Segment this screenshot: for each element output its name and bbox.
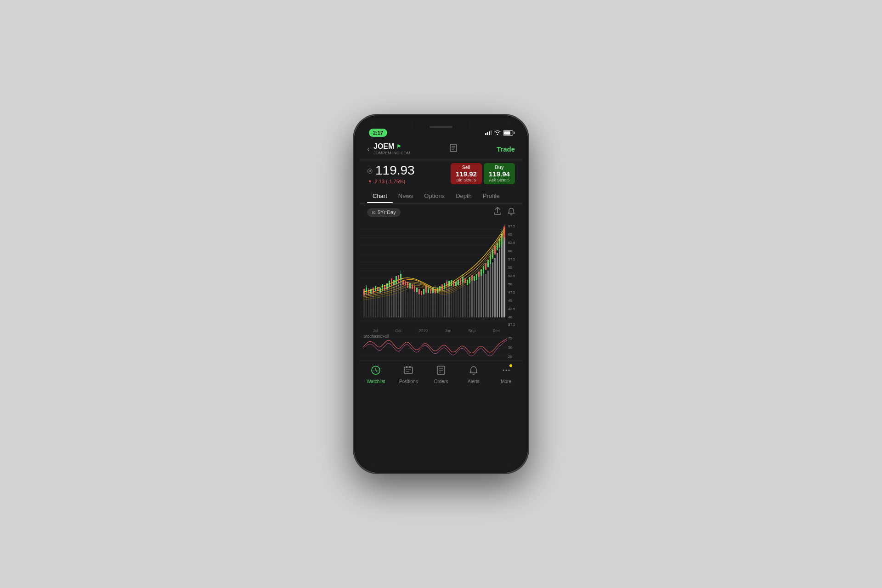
alert-bell-icon[interactable] [508, 207, 515, 217]
buy-box: Buy 119.94 Ask Size: 5 [484, 163, 515, 184]
svg-text:25: 25 [508, 355, 512, 359]
watchlist-icon [371, 367, 381, 377]
svg-rect-28 [389, 283, 390, 317]
flag-icon: ⚑ [396, 144, 401, 150]
tab-bar: Chart News Options Depth Profile [360, 188, 522, 204]
wifi-icon [494, 130, 501, 136]
status-icons [485, 130, 513, 136]
svg-rect-34 [402, 284, 404, 317]
phone-frame: 2:17 [354, 115, 528, 473]
svg-point-180 [508, 370, 509, 371]
buy-label: Buy [487, 165, 511, 170]
svg-rect-66 [476, 277, 477, 317]
svg-text:75: 75 [508, 336, 512, 340]
phone-screen: 2:17 [360, 120, 522, 468]
share-icon[interactable] [494, 207, 501, 217]
svg-text:57.5: 57.5 [508, 257, 515, 261]
svg-text:45: 45 [508, 299, 512, 303]
svg-rect-37 [409, 289, 411, 317]
svg-rect-58 [458, 291, 459, 317]
time-label-dec: Dec [492, 328, 500, 333]
sell-price: 119.92 [454, 170, 478, 178]
tab-options[interactable]: Options [418, 190, 450, 203]
nav-watchlist[interactable]: Watchlist [363, 365, 389, 384]
speaker [430, 126, 452, 128]
svg-rect-104 [412, 284, 413, 289]
stochastic-chart: StochasticFull 75 50 25 [360, 333, 522, 361]
tab-news[interactable]: News [393, 190, 419, 203]
svg-text:50: 50 [508, 282, 512, 286]
svg-rect-49 [437, 292, 438, 317]
svg-text:67.5: 67.5 [508, 224, 515, 228]
svg-rect-171 [404, 367, 413, 373]
svg-rect-172 [406, 366, 407, 368]
svg-rect-105 [414, 286, 415, 292]
tab-profile[interactable]: Profile [477, 190, 505, 203]
svg-text:65: 65 [508, 232, 512, 237]
tab-depth[interactable]: Depth [450, 190, 477, 203]
svg-rect-65 [474, 281, 475, 317]
status-bar: 2:17 [360, 120, 522, 141]
svg-rect-78 [503, 230, 505, 317]
positions-label: Positions [399, 379, 418, 384]
chart-svg: 67.5 65 62.5 60 57.5 55 52.5 50 47.5 45 … [360, 221, 522, 327]
svg-rect-56 [453, 289, 454, 317]
svg-rect-35 [405, 286, 406, 317]
svg-text:40: 40 [508, 315, 512, 319]
svg-rect-19 [368, 297, 369, 317]
svg-rect-50 [439, 289, 441, 317]
orders-label: Orders [434, 379, 448, 384]
svg-rect-86 [373, 288, 374, 293]
svg-rect-106 [416, 288, 418, 292]
bottom-nav: Watchlist Positions [360, 361, 522, 394]
svg-text:52.5: 52.5 [508, 274, 515, 278]
nav-orders[interactable]: Orders [428, 365, 453, 384]
main-chart: 67.5 65 62.5 60 57.5 55 52.5 50 47.5 45 … [360, 221, 522, 327]
signal-icon [485, 130, 492, 135]
period-label: 5Yr:Day [378, 209, 396, 215]
svg-rect-76 [499, 249, 500, 317]
more-notification-dot [509, 364, 512, 367]
svg-rect-27 [386, 285, 388, 317]
positions-icon [403, 365, 413, 378]
price-change: ▼ -2.13 (-1.75%) [367, 179, 415, 184]
more-icon [501, 367, 511, 377]
svg-rect-107 [418, 289, 420, 294]
time-label-jun: Jun [445, 328, 452, 333]
period-selector[interactable]: ⊙ 5Yr:Day [367, 208, 401, 217]
nav-alerts[interactable]: Alerts [461, 365, 486, 384]
trade-button[interactable]: Trade [497, 145, 515, 153]
time-label-oct: Oct [395, 328, 401, 333]
svg-rect-68 [481, 272, 482, 317]
time-label-sep: Sep [468, 328, 475, 333]
svg-text:62.5: 62.5 [508, 241, 515, 245]
svg-rect-75 [497, 253, 498, 317]
svg-rect-69 [483, 271, 484, 317]
svg-rect-21 [373, 290, 374, 317]
time-label-jul: Jul [373, 328, 378, 333]
svg-rect-124 [455, 282, 457, 286]
price-section: ◎ 119.93 ▼ -2.13 (-1.75%) Sell 119.92 Bi… [360, 159, 522, 188]
svg-rect-108 [421, 291, 422, 295]
time-display: 2:17 [369, 129, 387, 137]
svg-text:42.5: 42.5 [508, 307, 515, 311]
svg-rect-42 [421, 294, 422, 317]
svg-rect-117 [439, 286, 441, 291]
svg-text:47.5: 47.5 [508, 290, 515, 294]
buy-price: 119.94 [487, 170, 511, 178]
svg-rect-61 [464, 285, 466, 317]
alerts-icon [469, 365, 479, 378]
svg-rect-97 [398, 275, 399, 283]
svg-rect-90 [382, 284, 383, 291]
svg-rect-59 [460, 284, 461, 317]
nav-positions[interactable]: Positions [396, 365, 421, 384]
svg-rect-95 [393, 280, 395, 285]
nav-more[interactable]: More [493, 365, 519, 384]
svg-text:60: 60 [508, 249, 512, 253]
back-button[interactable]: ‹ [367, 144, 370, 154]
svg-rect-70 [485, 274, 486, 317]
document-icon[interactable] [450, 144, 457, 154]
svg-point-179 [505, 370, 507, 371]
svg-rect-67 [478, 275, 480, 317]
tab-chart[interactable]: Chart [367, 190, 393, 203]
